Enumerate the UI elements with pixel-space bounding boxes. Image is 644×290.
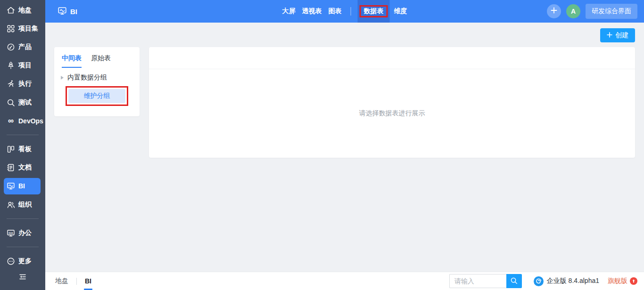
sidebar-item-label: 组织 (18, 201, 32, 209)
content-area: 创建 中间表 原始表 内置数据分组 维护分组 (45, 23, 644, 272)
create-button[interactable]: 创建 (600, 28, 635, 42)
edition-label: 企业版 8.4.alpha1 (547, 277, 599, 285)
plus-icon (550, 7, 558, 16)
workspace-button[interactable]: 研发综合界面 (586, 4, 637, 19)
execution-runner-icon (7, 80, 15, 88)
footer-bar: 地盘 BI 企业版 8.4.alpha1 旗舰版 (45, 272, 644, 290)
search-button[interactable] (506, 274, 522, 288)
sidebar-item-label: 地盘 (18, 6, 32, 15)
sidebar-item-label: 执行 (18, 80, 32, 88)
panel-toolbar (149, 47, 635, 69)
topbar-nav: 大屏 透视表 图表 数据表 维度 (279, 0, 411, 23)
sidebar-item-bi[interactable]: BI (4, 178, 41, 194)
sidebar-item-office[interactable]: OA 办公 (0, 224, 45, 242)
sidebar-item-org[interactable]: 组织 (0, 195, 45, 214)
sidebar-item-product[interactable]: 产品 (0, 38, 45, 56)
empty-placeholder-text: 请选择数据表进行展示 (359, 109, 425, 118)
sidebar-divider (7, 135, 39, 135)
sidebar-item-label: 更多 (18, 257, 32, 266)
home-icon (7, 6, 15, 15)
office-monitor-icon: OA (7, 229, 15, 237)
sidebar-item-project[interactable]: 项目 (0, 56, 45, 75)
sidebar-item-more[interactable]: 更多 (0, 252, 45, 270)
sidebar-item-kanban[interactable]: 看板 (0, 140, 45, 158)
sidebar-item-label: 测试 (18, 98, 32, 107)
tab-middle-table[interactable]: 中间表 (62, 54, 82, 68)
main-column: BI 大屏 透视表 图表 数据表 维度 (45, 0, 644, 290)
topbar-app-title: BI (70, 8, 77, 16)
search-input[interactable] (449, 274, 506, 288)
footer-tab-separator (76, 278, 77, 285)
sidebar-item-project-set[interactable]: 项目集 (0, 19, 45, 38)
sidebar-item-doc[interactable]: 文档 (0, 159, 45, 177)
sidebar-item-label: 产品 (18, 43, 32, 51)
app-root: 地盘 项目集 产品 项目 执行 (0, 0, 644, 290)
kanban-icon (7, 145, 15, 153)
sidebar-item-devops[interactable]: ∞ DevOps (0, 112, 45, 130)
zentao-logo-icon (534, 276, 544, 286)
annotation-box: 维护分组 (66, 86, 128, 106)
annotation-box: 数据表 (360, 5, 388, 17)
svg-text:OA: OA (8, 231, 13, 234)
caret-right-icon (61, 76, 64, 80)
sidebar-divider (7, 247, 39, 247)
nav-separator (351, 7, 351, 16)
sidebar-item-execution[interactable]: 执行 (0, 75, 45, 93)
tree-item-label: 内置数据分组 (67, 73, 107, 82)
sidebar: 地盘 项目集 产品 项目 执行 (0, 0, 45, 290)
project-set-icon (7, 24, 15, 33)
add-button[interactable] (547, 4, 561, 18)
project-rocket-icon (7, 61, 15, 70)
sidebar-item-label: 项目 (18, 61, 32, 70)
bi-monitor-icon (58, 6, 67, 17)
sidebar-item-label: DevOps (18, 117, 43, 125)
more-ellipsis-icon (7, 257, 15, 266)
panel-tabs: 中间表 原始表 (54, 47, 140, 68)
nav-item-dashboard[interactable]: 大屏 (282, 0, 296, 23)
devops-infinity-icon: ∞ (7, 117, 15, 125)
sidebar-item-label: 项目集 (18, 24, 38, 33)
sidebar-item-home[interactable]: 地盘 (0, 1, 45, 19)
nav-item-chart[interactable]: 图表 (329, 0, 342, 23)
data-table-panel: 请选择数据表进行展示 (149, 47, 635, 158)
sidebar-item-label: 办公 (18, 229, 32, 237)
sidebar-item-label: 文档 (18, 163, 32, 172)
sidebar-item-test[interactable]: 测试 (0, 93, 45, 112)
nav-item-pivot[interactable]: 透视表 (302, 0, 322, 23)
product-icon (7, 43, 15, 51)
plus-icon (607, 32, 612, 39)
maintain-group-button[interactable]: 维护分组 (68, 89, 125, 103)
sidebar-divider (7, 218, 39, 219)
footer-tab-home[interactable]: 地盘 (54, 272, 69, 290)
footer-tab-bi[interactable]: BI (84, 272, 92, 290)
document-icon (7, 163, 15, 172)
sidebar-item-label: BI (18, 182, 25, 190)
footer-right: 企业版 8.4.alpha1 旗舰版 (449, 272, 637, 290)
bi-monitor-icon (7, 182, 15, 190)
topbar-app-label: BI (58, 6, 77, 17)
tab-raw-table[interactable]: 原始表 (91, 54, 111, 68)
footer-tabs: 地盘 BI (54, 272, 92, 290)
org-people-icon (7, 201, 15, 209)
table-tree-panel: 中间表 原始表 内置数据分组 维护分组 (54, 47, 140, 116)
tree-item-builtin-group[interactable]: 内置数据分组 (54, 73, 140, 82)
menu-fold-icon (18, 273, 27, 283)
panel-body: 请选择数据表进行展示 (149, 69, 635, 158)
sidebar-collapse-button[interactable] (0, 271, 45, 285)
sidebar-item-label: 看板 (18, 145, 32, 153)
topbar-right: A 研发综合界面 (547, 4, 637, 19)
search-icon (510, 277, 518, 286)
nav-item-datatable[interactable]: 数据表 (358, 0, 390, 23)
topbar: BI 大屏 透视表 图表 数据表 维度 (45, 0, 644, 23)
nav-item-dimension[interactable]: 维度 (394, 0, 407, 23)
test-magnifier-icon (7, 98, 15, 107)
upgrade-arrow-icon[interactable] (630, 277, 637, 285)
upgrade-link[interactable]: 旗舰版 (608, 277, 627, 285)
avatar[interactable]: A (566, 4, 580, 18)
